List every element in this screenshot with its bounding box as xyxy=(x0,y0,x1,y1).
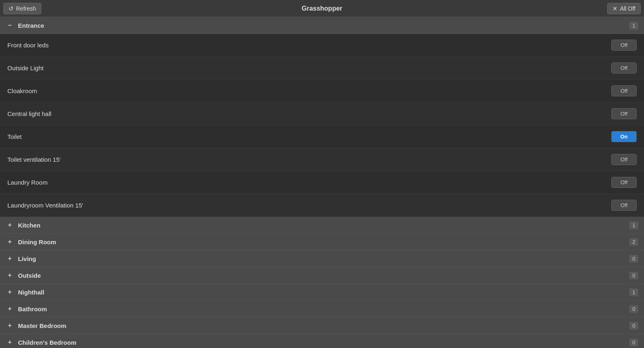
toggle-state: Off xyxy=(612,177,636,187)
section-header-left-outside: +Outside xyxy=(6,271,41,279)
section-header-outside[interactable]: +Outside0 xyxy=(0,267,644,284)
device-name: Cloakroom xyxy=(7,87,37,94)
device-name: Laundry Room xyxy=(7,179,47,186)
section-badge-dining-room: 2 xyxy=(629,238,638,246)
device-row: Central light hallOff xyxy=(0,103,644,125)
all-off-label: All Off xyxy=(620,5,635,12)
section-badge-childrens-bedroom: 0 xyxy=(629,339,638,346)
toggle-front-door-leds[interactable]: Off xyxy=(611,40,637,51)
expand-icon: + xyxy=(6,271,14,279)
section-header-left-bathroom: +Bathroom xyxy=(6,305,47,313)
section-header-dining-room[interactable]: +Dining Room2 xyxy=(0,234,644,250)
all-off-button[interactable]: ✕ All Off xyxy=(607,3,641,14)
toggle-toilet-ventilation-15'[interactable]: Off xyxy=(611,154,637,165)
toggle-outside-light[interactable]: Off xyxy=(611,62,637,74)
section-header-left-kitchen: +Kitchen xyxy=(6,221,40,229)
section-label-living: Living xyxy=(18,255,36,262)
toggle-state: On xyxy=(612,132,636,142)
toggle-container: Off xyxy=(611,154,637,165)
device-row: Front door ledsOff xyxy=(0,34,644,57)
device-name: Front door leds xyxy=(7,42,49,49)
refresh-icon: ↺ xyxy=(9,5,13,12)
section-childrens-bedroom: +Children's Bedroom0 xyxy=(0,334,644,348)
toggle-state: Off xyxy=(612,63,636,73)
toggle-laundry-room[interactable]: Off xyxy=(611,177,637,188)
section-label-dining-room: Dining Room xyxy=(18,239,56,245)
device-row: ToiletOn xyxy=(0,125,644,148)
toggle-container: Off xyxy=(611,108,637,119)
toggle-state: Off xyxy=(612,40,636,50)
section-label-bathroom: Bathroom xyxy=(18,306,47,312)
device-row: Laundryroom Ventilation 15'Off xyxy=(0,194,644,217)
section-badge-entrance: 1 xyxy=(629,22,638,29)
toggle-state: Off xyxy=(612,86,636,96)
device-name: Toilet ventilation 15' xyxy=(7,156,61,163)
expand-icon: + xyxy=(6,305,14,313)
section-header-master-bedroom[interactable]: +Master Bedroom0 xyxy=(0,317,644,334)
section-master-bedroom: +Master Bedroom0 xyxy=(0,317,644,334)
section-header-bathroom[interactable]: +Bathroom0 xyxy=(0,301,644,317)
toggle-container: Off xyxy=(611,177,637,188)
section-badge-master-bedroom: 0 xyxy=(629,322,638,330)
section-dining-room: +Dining Room2 xyxy=(0,234,644,250)
section-label-outside: Outside xyxy=(18,272,41,279)
toggle-cloakroom[interactable]: Off xyxy=(611,85,637,96)
expand-icon: + xyxy=(6,254,14,263)
section-header-left-entrance: −Entrance xyxy=(6,21,44,29)
toggle-toilet[interactable]: On xyxy=(611,131,637,142)
expand-icon: + xyxy=(6,238,14,246)
toggle-container: Off xyxy=(611,200,637,211)
section-label-master-bedroom: Master Bedroom xyxy=(18,322,66,329)
section-label-nighthall: Nighthall xyxy=(18,289,44,296)
refresh-label: Refresh xyxy=(16,5,36,12)
toggle-laundryroom-ventilation-15'[interactable]: Off xyxy=(611,200,637,211)
section-header-entrance[interactable]: −Entrance1 xyxy=(0,17,644,34)
device-name: Laundryroom Ventilation 15' xyxy=(7,202,83,209)
toggle-container: Off xyxy=(611,62,637,74)
section-header-left-master-bedroom: +Master Bedroom xyxy=(6,321,66,330)
section-living: +Living0 xyxy=(0,250,644,267)
section-header-childrens-bedroom[interactable]: +Children's Bedroom0 xyxy=(0,334,644,348)
device-row: Toilet ventilation 15'Off xyxy=(0,148,644,171)
expand-icon: + xyxy=(6,338,14,346)
section-header-living[interactable]: +Living0 xyxy=(0,250,644,267)
toggle-central-light-hall[interactable]: Off xyxy=(611,108,637,119)
section-badge-kitchen: 1 xyxy=(629,221,638,229)
section-header-nighthall[interactable]: +Nighthall1 xyxy=(0,284,644,301)
section-entrance: −Entrance1Front door ledsOffOutside Ligh… xyxy=(0,17,644,217)
device-name: Outside Light xyxy=(7,65,43,71)
section-header-kitchen[interactable]: +Kitchen1 xyxy=(0,217,644,234)
header: ↺ Refresh Grasshopper ✕ All Off xyxy=(0,0,644,17)
device-name: Toilet xyxy=(7,133,22,140)
section-header-left-childrens-bedroom: +Children's Bedroom xyxy=(6,338,76,346)
toggle-state: Off xyxy=(612,109,636,119)
section-bathroom: +Bathroom0 xyxy=(0,301,644,317)
toggle-container: On xyxy=(611,131,637,142)
section-badge-outside: 0 xyxy=(629,272,638,279)
device-name: Central light hall xyxy=(7,110,52,117)
collapse-icon: − xyxy=(6,21,14,29)
device-row: Laundry RoomOff xyxy=(0,171,644,194)
expand-icon: + xyxy=(6,221,14,229)
section-label-entrance: Entrance xyxy=(18,22,44,29)
expand-icon: + xyxy=(6,321,14,330)
refresh-button[interactable]: ↺ Refresh xyxy=(3,3,41,14)
toggle-state: Off xyxy=(612,200,636,210)
toggle-container: Off xyxy=(611,85,637,96)
toggle-container: Off xyxy=(611,40,637,51)
device-row: CloakroomOff xyxy=(0,80,644,103)
device-row: Outside LightOff xyxy=(0,57,644,80)
section-nighthall: +Nighthall1 xyxy=(0,284,644,301)
section-header-left-living: +Living xyxy=(6,254,36,263)
section-badge-nighthall: 1 xyxy=(629,288,638,296)
toggle-state: Off xyxy=(612,154,636,165)
section-label-kitchen: Kitchen xyxy=(18,222,40,229)
sections-container: −Entrance1Front door ledsOffOutside Ligh… xyxy=(0,17,644,348)
section-badge-bathroom: 0 xyxy=(629,305,638,313)
expand-icon: + xyxy=(6,288,14,296)
section-header-left-nighthall: +Nighthall xyxy=(6,288,44,296)
page-title: Grasshopper xyxy=(302,5,343,12)
section-outside: +Outside0 xyxy=(0,267,644,284)
section-label-childrens-bedroom: Children's Bedroom xyxy=(18,339,76,346)
section-kitchen: +Kitchen1 xyxy=(0,217,644,234)
